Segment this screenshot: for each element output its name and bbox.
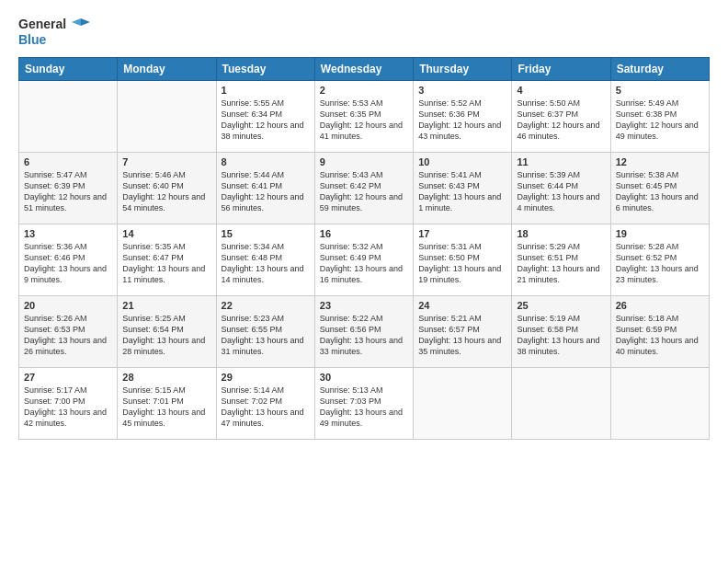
day-number: 2 [320,85,408,96]
calendar-cell [512,367,610,439]
day-info: Sunrise: 5:35 AM Sunset: 6:47 PM Dayligh… [122,241,210,286]
calendar-cell: 10Sunrise: 5:41 AM Sunset: 6:43 PM Dayli… [414,152,512,224]
day-number: 22 [222,300,310,311]
calendar-cell: 22Sunrise: 5:23 AM Sunset: 6:55 PM Dayli… [216,295,314,367]
day-number: 14 [122,228,210,239]
day-number: 4 [517,85,605,96]
svg-marker-1 [72,18,81,26]
day-number: 1 [222,85,310,96]
calendar-header-tuesday: Tuesday [216,57,314,80]
calendar-week-1: 1Sunrise: 5:55 AM Sunset: 6:34 PM Daylig… [19,80,710,152]
calendar-cell: 2Sunrise: 5:53 AM Sunset: 6:35 PM Daylig… [314,80,413,152]
day-number: 24 [418,300,506,311]
day-number: 12 [616,156,704,167]
day-info: Sunrise: 5:19 AM Sunset: 6:58 PM Dayligh… [517,313,605,358]
day-number: 5 [616,85,704,96]
day-number: 25 [517,300,605,311]
day-info: Sunrise: 5:55 AM Sunset: 6:34 PM Dayligh… [222,98,310,143]
day-number: 7 [122,156,210,167]
day-info: Sunrise: 5:46 AM Sunset: 6:40 PM Dayligh… [122,169,210,214]
calendar-cell: 1Sunrise: 5:55 AM Sunset: 6:34 PM Daylig… [216,80,314,152]
day-info: Sunrise: 5:31 AM Sunset: 6:50 PM Dayligh… [418,241,506,286]
day-info: Sunrise: 5:34 AM Sunset: 6:48 PM Dayligh… [222,241,310,286]
day-info: Sunrise: 5:36 AM Sunset: 6:46 PM Dayligh… [24,241,112,286]
day-info: Sunrise: 5:23 AM Sunset: 6:55 PM Dayligh… [222,313,310,358]
day-info: Sunrise: 5:26 AM Sunset: 6:53 PM Dayligh… [24,313,112,358]
day-number: 26 [616,300,704,311]
calendar-header-monday: Monday [118,57,216,80]
day-info: Sunrise: 5:25 AM Sunset: 6:54 PM Dayligh… [122,313,210,358]
day-number: 21 [122,300,210,311]
calendar-header-row: SundayMondayTuesdayWednesdayThursdayFrid… [19,57,710,80]
calendar-cell: 29Sunrise: 5:14 AM Sunset: 7:02 PM Dayli… [216,367,314,439]
calendar-cell: 4Sunrise: 5:50 AM Sunset: 6:37 PM Daylig… [512,80,610,152]
day-info: Sunrise: 5:22 AM Sunset: 6:56 PM Dayligh… [320,313,408,358]
day-number: 29 [222,372,310,383]
day-info: Sunrise: 5:13 AM Sunset: 7:03 PM Dayligh… [320,385,408,430]
calendar-cell: 21Sunrise: 5:25 AM Sunset: 6:54 PM Dayli… [118,295,216,367]
day-info: Sunrise: 5:18 AM Sunset: 6:59 PM Dayligh… [616,313,704,358]
calendar-cell [610,367,709,439]
day-number: 28 [122,372,210,383]
calendar-week-4: 20Sunrise: 5:26 AM Sunset: 6:53 PM Dayli… [19,295,710,367]
day-number: 15 [222,228,310,239]
calendar-week-5: 27Sunrise: 5:17 AM Sunset: 7:00 PM Dayli… [19,367,710,439]
calendar-cell: 25Sunrise: 5:19 AM Sunset: 6:58 PM Dayli… [512,295,610,367]
calendar-cell: 6Sunrise: 5:47 AM Sunset: 6:39 PM Daylig… [19,152,118,224]
day-info: Sunrise: 5:38 AM Sunset: 6:45 PM Dayligh… [616,169,704,214]
day-number: 8 [222,156,310,167]
calendar-cell: 17Sunrise: 5:31 AM Sunset: 6:50 PM Dayli… [414,224,512,295]
calendar-header-sunday: Sunday [19,57,118,80]
calendar-cell: 18Sunrise: 5:29 AM Sunset: 6:51 PM Dayli… [512,224,610,295]
day-number: 9 [320,156,408,167]
calendar-header-thursday: Thursday [414,57,512,80]
day-number: 10 [418,156,506,167]
calendar-cell: 26Sunrise: 5:18 AM Sunset: 6:59 PM Dayli… [610,295,709,367]
day-info: Sunrise: 5:32 AM Sunset: 6:49 PM Dayligh… [320,241,408,286]
calendar-header-wednesday: Wednesday [314,57,413,80]
calendar-week-2: 6Sunrise: 5:47 AM Sunset: 6:39 PM Daylig… [19,152,710,224]
calendar-cell: 7Sunrise: 5:46 AM Sunset: 6:40 PM Daylig… [118,152,216,224]
day-number: 20 [24,300,112,311]
day-info: Sunrise: 5:28 AM Sunset: 6:52 PM Dayligh… [616,241,704,286]
calendar-cell: 3Sunrise: 5:52 AM Sunset: 6:36 PM Daylig… [414,80,512,152]
calendar-cell: 14Sunrise: 5:35 AM Sunset: 6:47 PM Dayli… [118,224,216,295]
calendar-cell: 9Sunrise: 5:43 AM Sunset: 6:42 PM Daylig… [314,152,413,224]
day-info: Sunrise: 5:43 AM Sunset: 6:42 PM Dayligh… [320,169,408,214]
calendar-cell: 8Sunrise: 5:44 AM Sunset: 6:41 PM Daylig… [216,152,314,224]
calendar-cell [19,80,118,152]
calendar-cell: 13Sunrise: 5:36 AM Sunset: 6:46 PM Dayli… [19,224,118,295]
calendar-cell: 30Sunrise: 5:13 AM Sunset: 7:03 PM Dayli… [314,367,413,439]
day-info: Sunrise: 5:14 AM Sunset: 7:02 PM Dayligh… [222,385,310,430]
calendar-header-saturday: Saturday [610,57,709,80]
day-info: Sunrise: 5:39 AM Sunset: 6:44 PM Dayligh… [517,169,605,214]
calendar-week-3: 13Sunrise: 5:36 AM Sunset: 6:46 PM Dayli… [19,224,710,295]
day-info: Sunrise: 5:47 AM Sunset: 6:39 PM Dayligh… [24,169,112,214]
page: General Blue SundayMondayTuesdayWednesda… [0,0,728,563]
calendar-header-friday: Friday [512,57,610,80]
logo: General Blue [18,17,90,48]
calendar-cell: 27Sunrise: 5:17 AM Sunset: 7:00 PM Dayli… [19,367,118,439]
header: General Blue [18,17,710,48]
calendar-cell: 23Sunrise: 5:22 AM Sunset: 6:56 PM Dayli… [314,295,413,367]
day-info: Sunrise: 5:44 AM Sunset: 6:41 PM Dayligh… [222,169,310,214]
day-number: 13 [24,228,112,239]
day-number: 16 [320,228,408,239]
calendar-table: SundayMondayTuesdayWednesdayThursdayFrid… [18,57,710,440]
logo-bird-icon [72,18,90,31]
day-number: 19 [616,228,704,239]
day-info: Sunrise: 5:50 AM Sunset: 6:37 PM Dayligh… [517,98,605,143]
svg-marker-0 [81,18,90,26]
day-info: Sunrise: 5:29 AM Sunset: 6:51 PM Dayligh… [517,241,605,286]
day-number: 11 [517,156,605,167]
day-number: 6 [24,156,112,167]
logo-text: General Blue [18,17,90,48]
day-info: Sunrise: 5:17 AM Sunset: 7:00 PM Dayligh… [24,385,112,430]
day-number: 3 [418,85,506,96]
calendar-cell: 15Sunrise: 5:34 AM Sunset: 6:48 PM Dayli… [216,224,314,295]
calendar-cell: 11Sunrise: 5:39 AM Sunset: 6:44 PM Dayli… [512,152,610,224]
calendar-cell [414,367,512,439]
day-number: 27 [24,372,112,383]
calendar-cell: 24Sunrise: 5:21 AM Sunset: 6:57 PM Dayli… [414,295,512,367]
day-info: Sunrise: 5:52 AM Sunset: 6:36 PM Dayligh… [418,98,506,143]
